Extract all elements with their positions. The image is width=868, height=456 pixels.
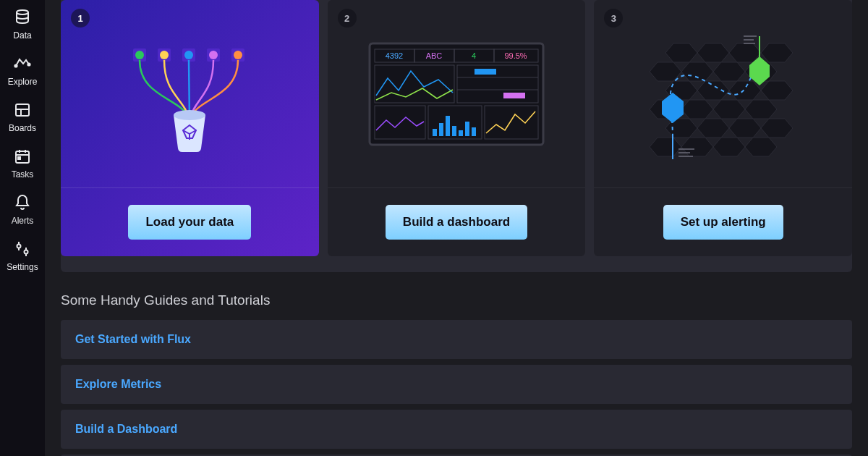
svg-rect-46 [439, 123, 443, 136]
svg-point-11 [17, 245, 20, 248]
svg-rect-47 [446, 116, 450, 136]
alerts-icon [12, 193, 33, 213]
getting-started-panel: 1 [61, 0, 852, 272]
dashboard-illustration: 4392 ABC 4 99.5% [328, 0, 586, 188]
svg-rect-49 [459, 130, 463, 136]
nav-alerts[interactable]: Alerts [12, 193, 34, 226]
card-alerting: 3 [594, 0, 852, 256]
stat-value: 99.5% [504, 51, 527, 60]
guide-flux[interactable]: Get Started with Flux [61, 320, 852, 359]
nav-settings[interactable]: Settings [7, 239, 38, 272]
boards-icon [12, 100, 33, 120]
svg-point-2 [27, 63, 30, 65]
card-load-data: 1 [61, 0, 319, 256]
stat-value: 4392 [386, 51, 403, 60]
svg-rect-42 [503, 93, 525, 98]
svg-rect-50 [465, 122, 469, 136]
set-up-alerting-button[interactable]: Set up alerting [663, 205, 783, 240]
alerting-illustration [594, 0, 852, 188]
svg-rect-10 [18, 157, 20, 159]
guides-list: Get Started with Flux Explore Metrics Bu… [45, 320, 868, 456]
svg-rect-41 [475, 69, 496, 75]
nav-explore[interactable]: Explore [8, 54, 38, 87]
nav-label: Explore [8, 77, 38, 87]
nav-label: Alerts [12, 216, 34, 226]
tasks-icon [12, 146, 33, 166]
svg-point-24 [184, 51, 193, 59]
guide-explore-metrics[interactable]: Explore Metrics [61, 365, 852, 404]
nav-boards[interactable]: Boards [9, 100, 36, 133]
svg-point-26 [234, 51, 242, 59]
nav-label: Data [13, 30, 31, 41]
svg-point-14 [24, 250, 27, 254]
nav-label: Settings [7, 262, 38, 272]
svg-point-22 [135, 51, 144, 59]
load-data-button[interactable]: Load your data [128, 205, 251, 240]
load-data-illustration [61, 0, 319, 188]
nav-tasks[interactable]: Tasks [12, 146, 34, 180]
step-badge: 1 [71, 9, 90, 28]
stat-value: 4 [472, 51, 476, 60]
svg-point-23 [160, 51, 169, 59]
nav-label: Boards [9, 123, 36, 133]
guides-heading: Some Handy Guides and Tutorials [61, 292, 868, 308]
card-action: Set up alerting [594, 188, 852, 256]
svg-point-27 [174, 110, 205, 120]
stat-value: ABC [426, 51, 443, 60]
svg-marker-54 [697, 43, 729, 62]
svg-point-1 [14, 64, 17, 67]
card-build-dashboard: 2 4392 ABC 4 99.5% [328, 0, 586, 256]
build-dashboard-button[interactable]: Build a dashboard [386, 205, 527, 240]
nav-label: Tasks [12, 169, 34, 180]
svg-rect-45 [433, 129, 437, 136]
card-action: Build a dashboard [328, 188, 586, 256]
sidebar: Data Explore Boards [0, 0, 45, 456]
svg-rect-48 [452, 126, 456, 136]
guide-build-dashboard[interactable]: Build a Dashboard [61, 410, 852, 449]
settings-icon [12, 239, 33, 259]
svg-marker-56 [761, 43, 793, 62]
explore-icon [12, 54, 33, 74]
nav-data[interactable]: Data [12, 7, 33, 41]
svg-point-25 [209, 51, 218, 59]
onboarding-cards: 1 [61, 0, 852, 256]
svg-point-0 [17, 10, 28, 14]
svg-marker-53 [665, 43, 697, 62]
data-bucket-icon [12, 7, 33, 28]
step-badge: 2 [338, 9, 357, 28]
card-action: Load your data [61, 188, 319, 256]
main-content: 1 [45, 0, 868, 456]
svg-rect-51 [472, 127, 476, 136]
